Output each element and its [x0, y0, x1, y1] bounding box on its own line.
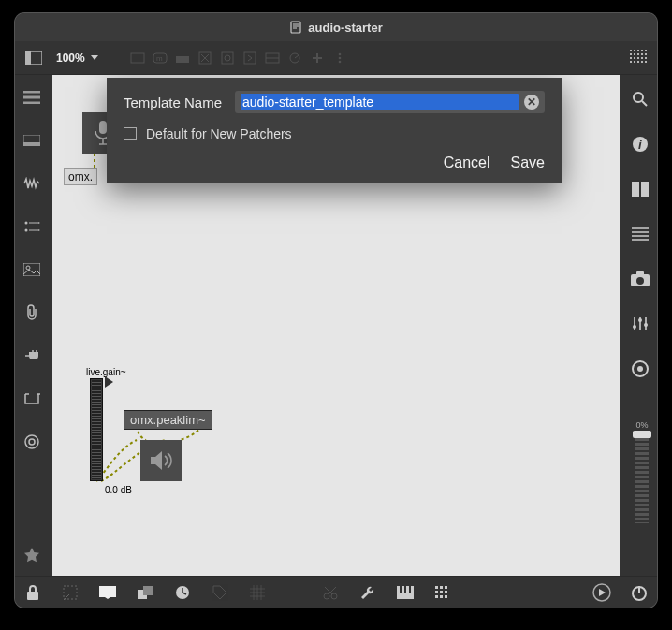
target-icon[interactable] [21, 431, 43, 453]
svg-rect-52 [636, 271, 644, 275]
info-icon[interactable]: i [629, 133, 651, 155]
slider-new-button[interactable] [284, 49, 306, 67]
svg-rect-6 [176, 56, 189, 63]
volume-slider[interactable]: 0% [633, 420, 651, 523]
template-name-input[interactable]: audio-starter_template ✕ [235, 91, 545, 113]
svg-rect-78 [440, 595, 443, 598]
svg-rect-29 [637, 57, 639, 59]
svg-rect-17 [630, 50, 632, 51]
select-icon[interactable] [60, 582, 80, 603]
star-icon[interactable] [21, 544, 43, 566]
svg-point-9 [225, 55, 230, 61]
svg-rect-50 [641, 182, 649, 197]
gain-db-value: 0.0 dB [105, 485, 132, 495]
message-new-button[interactable]: m [149, 49, 171, 67]
plug-icon[interactable] [21, 344, 43, 367]
svg-rect-24 [637, 53, 639, 55]
more-button[interactable] [329, 49, 351, 67]
svg-rect-33 [634, 61, 635, 63]
search-icon[interactable] [629, 88, 651, 110]
image-icon[interactable] [21, 258, 43, 281]
panel-icon[interactable] [21, 129, 43, 152]
volume-percent: 0% [635, 420, 648, 430]
tag-icon[interactable] [210, 582, 230, 603]
svg-text:i: i [638, 138, 642, 152]
keypad-icon[interactable] [432, 582, 453, 603]
camera-icon[interactable] [629, 268, 651, 290]
svg-point-58 [637, 366, 643, 372]
template-name-value[interactable]: audio-starter_template [241, 94, 519, 110]
snap-icon[interactable] [247, 582, 268, 603]
svg-rect-70 [409, 586, 411, 593]
peaklim-object[interactable]: omx.peaklim~ [124, 410, 212, 430]
svg-rect-79 [445, 595, 447, 598]
zoom-level[interactable]: 100% [51, 51, 104, 65]
svg-point-16 [338, 60, 341, 63]
waveform-icon[interactable] [21, 172, 43, 195]
power-button[interactable] [629, 582, 650, 603]
cancel-button[interactable]: Cancel [444, 154, 490, 171]
presentation-icon[interactable] [97, 582, 118, 603]
svg-rect-25 [641, 53, 643, 55]
svg-point-40 [25, 229, 28, 232]
volume-thumb[interactable] [633, 431, 651, 438]
default-checkbox[interactable] [124, 127, 137, 140]
document-icon [289, 21, 302, 34]
columns-icon[interactable] [629, 178, 651, 200]
button-new-button[interactable] [216, 49, 239, 67]
patcher-canvas[interactable]: omx. live.gain~ 0.0 dB omx.peaklim~ Temp… [52, 75, 620, 576]
svg-rect-28 [634, 57, 635, 59]
svg-rect-59 [27, 592, 38, 600]
svg-point-55 [638, 318, 642, 322]
svg-rect-60 [64, 586, 77, 599]
svg-rect-61 [99, 586, 116, 597]
sidebar-toggle-button[interactable] [22, 49, 45, 67]
chevron-down-icon [91, 55, 98, 61]
top-toolbar: 100% m [15, 41, 657, 75]
svg-rect-3 [131, 53, 144, 63]
svg-rect-35 [641, 61, 643, 63]
svg-point-43 [25, 435, 38, 448]
play-button[interactable] [592, 582, 612, 603]
record-icon[interactable] [629, 358, 651, 380]
gain-handle-icon[interactable] [105, 376, 113, 388]
grid-toggle-button[interactable] [627, 49, 650, 67]
svg-rect-23 [634, 53, 635, 55]
svg-point-14 [338, 52, 341, 55]
clear-input-button[interactable]: ✕ [524, 95, 539, 110]
layers-icon[interactable] [135, 582, 155, 603]
omx-object-label[interactable]: omx. [64, 168, 97, 185]
svg-rect-71 [435, 586, 438, 589]
lock-icon[interactable] [22, 582, 43, 603]
flonum-new-button[interactable] [261, 49, 284, 67]
svg-point-46 [634, 93, 643, 102]
cut-icon[interactable] [320, 582, 341, 603]
svg-rect-22 [630, 53, 632, 55]
object-new-button[interactable] [126, 49, 149, 67]
comment-new-button[interactable] [171, 49, 194, 67]
list-icon[interactable] [21, 86, 43, 109]
svg-rect-32 [630, 61, 632, 63]
clock-icon[interactable] [172, 582, 193, 603]
svg-rect-20 [641, 50, 643, 51]
piano-icon[interactable] [395, 582, 416, 603]
wrench-icon[interactable] [358, 582, 378, 603]
svg-point-54 [633, 325, 636, 329]
add-button[interactable] [306, 49, 329, 67]
number-new-button[interactable] [239, 49, 261, 67]
title-bar: audio-starter [15, 13, 657, 41]
sliders-icon[interactable] [629, 313, 651, 335]
svg-rect-21 [645, 50, 647, 51]
save-button[interactable]: Save [511, 154, 545, 171]
listview-icon[interactable] [629, 223, 651, 245]
svg-text:m: m [156, 54, 163, 63]
paperclip-icon[interactable] [21, 301, 43, 324]
svg-rect-74 [435, 591, 438, 593]
bracket-icon[interactable] [21, 388, 43, 410]
svg-rect-73 [445, 586, 447, 589]
svg-rect-31 [645, 57, 647, 59]
svg-rect-41 [23, 263, 40, 276]
dac-object[interactable] [140, 440, 182, 481]
toggle-new-button[interactable] [194, 49, 216, 67]
matrix-icon[interactable] [21, 215, 43, 238]
